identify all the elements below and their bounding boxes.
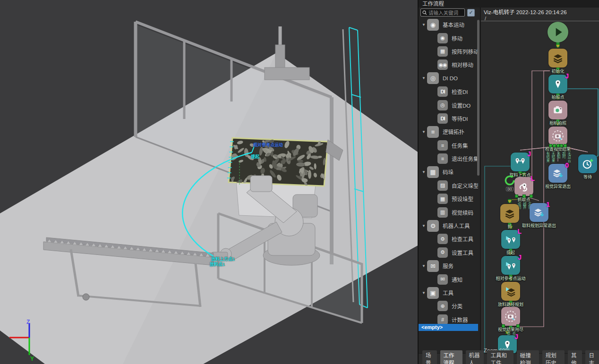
tree-item-9[interactable]: ≡任务集 — [419, 139, 478, 152]
out-port[interactable] — [560, 144, 563, 147]
flow-node-lift[interactable]: L提起 — [501, 230, 520, 249]
flow-node-exit1[interactable]: 1取料规划异常退出 — [530, 203, 548, 222]
flow-node-rel_ref[interactable]: J相对参考点运动 — [501, 256, 520, 275]
flow-node-wait[interactable]: 等待 — [578, 154, 597, 173]
out-port[interactable] — [553, 144, 556, 147]
tree-item-7[interactable]: DI等待DI — [419, 112, 478, 125]
flowchart-canvas[interactable]: Viz-电机转子 2022-12-26 20:14:26 / 初始化J拍照点相机… — [480, 8, 599, 353]
tree-item-20[interactable]: ▼▣工具 — [419, 286, 478, 299]
expand-triangle-icon[interactable]: ▼ — [420, 264, 427, 268]
node-badge: L — [531, 175, 535, 182]
tree-item-10[interactable]: ≡退出任务集 — [419, 152, 478, 165]
out-port[interactable] — [522, 195, 526, 198]
tree-item-12[interactable]: ▨自定义垛型 — [419, 179, 478, 192]
splitter-handle[interactable]: ······ — [419, 319, 478, 323]
tree-item-6[interactable]: ◎设置DO — [419, 98, 478, 111]
pallet-preset-icon: ▦ — [437, 194, 448, 204]
loop-arrow-icon — [504, 174, 516, 186]
viewport-label-3: 放料点1 — [210, 261, 225, 267]
tree-item-8[interactable]: ▼≡逻辑拓扑 — [419, 125, 478, 138]
filter-checkbox[interactable]: ✓ — [467, 9, 475, 17]
tree-item-label: 分类 — [452, 302, 462, 310]
out-port[interactable] — [556, 144, 560, 147]
tree-item-label: 任务集 — [452, 142, 468, 149]
out-port[interactable] — [549, 144, 552, 147]
tree-item-label: 按阵列移动 — [452, 48, 478, 55]
tree-item-5[interactable]: DI检查DI — [419, 85, 478, 98]
tree-item-17[interactable]: ⚙设置工具 — [419, 246, 478, 259]
expand-triangle-icon[interactable]: ▼ — [420, 170, 427, 174]
axis-triad: Z Y — [5, 319, 43, 363]
node-label: 相机拍照 — [549, 120, 566, 126]
node-badge: 1 — [546, 201, 550, 208]
tree-item-13[interactable]: ▦预设垛型 — [419, 192, 478, 205]
out-port[interactable] — [530, 195, 533, 198]
tree-item-label: 等待DI — [452, 115, 468, 122]
tree-item-15[interactable]: ▼⚙机器人工具 — [419, 219, 478, 232]
do-signal-badge: DO — [504, 171, 516, 191]
tree-item-2[interactable]: ▦按阵列移动 — [419, 45, 478, 58]
layers-icon: ≡ — [437, 140, 448, 151]
di-wait-icon: DI — [437, 113, 448, 124]
tab-0[interactable]: 场景 — [422, 350, 437, 364]
expand-triangle-icon[interactable]: ▼ — [420, 291, 427, 295]
flow-node-pick_above[interactable]: J取料上方点 — [511, 152, 530, 171]
tree-item-4[interactable]: ▼◎DI DO — [419, 72, 478, 85]
empty-selection-bar[interactable]: <empty> — [419, 324, 478, 331]
3d-viewport[interactable]: 相对参考点运动提起放料上方点1放料点1 Z Y — [0, 0, 418, 364]
service-icon: ✉ — [427, 260, 439, 272]
tree-item-21[interactable]: ⊕分类 — [419, 299, 478, 313]
flow-node-camera[interactable]: 相机拍照 — [548, 101, 567, 119]
out-port[interactable] — [502, 324, 505, 328]
pallet-custom-icon: ▨ — [437, 180, 448, 191]
tab-7[interactable]: 日志 — [585, 350, 599, 364]
node-label: 拍照点 — [551, 94, 564, 100]
tab-1[interactable]: 工作流程 — [440, 350, 462, 364]
node-label: 提起 — [506, 249, 515, 255]
tab-4[interactable]: 碰撞检测 — [517, 350, 539, 364]
node-label: 初始化 — [551, 68, 564, 74]
node-badge: J — [518, 254, 522, 261]
flow-node-start[interactable] — [548, 22, 568, 42]
flow-node-init[interactable]: 初始化 — [548, 49, 567, 68]
tree-item-3[interactable]: ◉◉相对移动 — [419, 58, 478, 71]
tree-item-label: 逻辑拓扑 — [443, 128, 464, 135]
node-badge: 0 — [565, 161, 569, 169]
tool-set-icon: ⚙ — [437, 247, 448, 258]
flow-node-grasp[interactable]: L抓取点成功越界失败DO — [514, 177, 533, 196]
flow-node-vision_used[interactable]: 视觉结果用尽是否 — [501, 307, 520, 326]
bottom-tab-bar: 场景工作流程机器人工具和工件碰撞检测规划历史其他日志 — [419, 353, 599, 364]
tree-item-label: 预设垛型 — [452, 195, 473, 203]
node-label: 等待 — [583, 174, 592, 180]
tree-item-1[interactable]: ◉移动 — [419, 31, 478, 44]
tab-3[interactable]: 工具和工件 — [487, 350, 513, 364]
flow-node-photo_point[interactable]: J拍照点 — [548, 75, 567, 93]
tab-2[interactable]: 机器人 — [466, 350, 484, 364]
out-port[interactable] — [516, 324, 520, 328]
tree-item-19[interactable]: ✉通知 — [419, 272, 478, 286]
tree-item-14[interactable]: ▥视觉续码 — [419, 205, 478, 219]
expand-triangle-icon[interactable]: ▼ — [420, 224, 427, 228]
out-port[interactable] — [564, 144, 567, 147]
tab-5[interactable]: 规划历史 — [542, 350, 565, 364]
tree-item-label: 移动 — [452, 34, 462, 42]
tree-item-16[interactable]: ⚙检查工具 — [419, 232, 478, 245]
tree-scrollbar[interactable] — [477, 20, 479, 176]
pallet-vision-icon: ▥ — [437, 207, 448, 218]
flow-node-vision_exit[interactable]: 0视觉异常退出 — [548, 164, 567, 183]
expand-triangle-icon[interactable]: ▼ — [420, 130, 427, 134]
tree-item-0[interactable]: ▼◉基本运动 — [419, 18, 478, 31]
tab-6[interactable]: 其他 — [568, 350, 582, 364]
flow-node-check[interactable]: 检查视觉结果有结果无结果未知超时无点云 — [548, 127, 567, 145]
tree-item-18[interactable]: ▼✉服务 — [419, 259, 478, 272]
tree-item-11[interactable]: ▼▦码垛 — [419, 165, 478, 178]
flow-node-place_path[interactable]: 放料路径规划 — [501, 282, 520, 301]
node-label: 视觉异常退出 — [545, 183, 571, 189]
expand-triangle-icon[interactable]: ▼ — [420, 23, 427, 27]
flow-node-task_grab[interactable]: 抓 — [500, 204, 519, 223]
robot-tool-icon: ⚙ — [427, 220, 439, 232]
search-input[interactable]: 请输入关键词 — [420, 8, 465, 17]
expand-triangle-icon[interactable]: ▼ — [420, 76, 427, 80]
node-badge: J — [565, 72, 569, 80]
out-port[interactable] — [515, 195, 518, 198]
